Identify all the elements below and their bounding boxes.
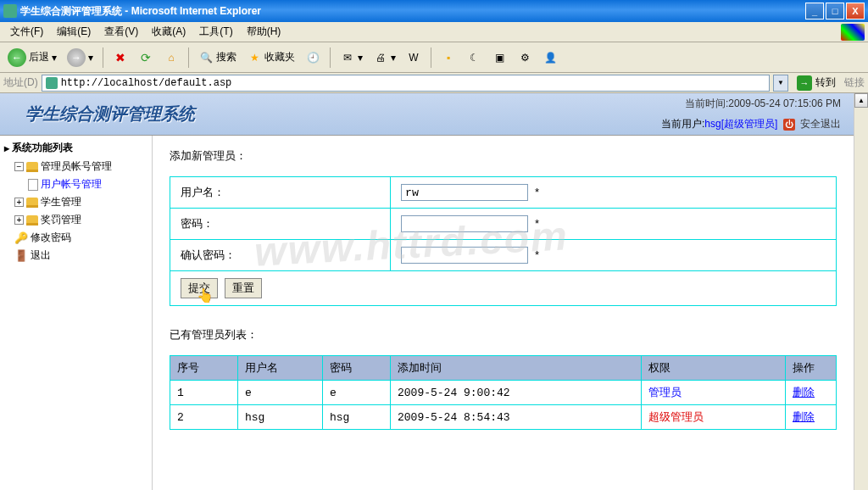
- go-button[interactable]: →转到: [792, 74, 841, 92]
- delete-link[interactable]: 删除: [793, 386, 815, 398]
- required-mark: *: [535, 186, 539, 198]
- home-button[interactable]: ⌂: [159, 47, 183, 69]
- word-icon: W: [406, 50, 421, 65]
- search-icon: 🔍: [198, 50, 214, 65]
- cell-password: hsg: [323, 405, 391, 430]
- menu-tools[interactable]: 工具(T): [192, 22, 239, 42]
- tool-button-2[interactable]: ☾: [462, 47, 486, 69]
- arrow-icon: ▸: [4, 142, 9, 154]
- separator: [103, 47, 103, 68]
- print-icon: 🖨: [373, 50, 388, 65]
- collapse-icon[interactable]: −: [14, 162, 24, 171]
- expand-icon[interactable]: +: [14, 215, 24, 225]
- key-icon: 🔑: [14, 231, 28, 244]
- confirm-password-label: 确认密码：: [170, 240, 391, 271]
- logout-link[interactable]: 安全退出: [800, 118, 841, 130]
- cell-username: hsg: [238, 405, 323, 430]
- col-addtime: 添加时间: [391, 356, 642, 381]
- forward-arrow-icon: →: [67, 48, 86, 67]
- mail-button[interactable]: ✉▾: [336, 47, 367, 69]
- address-input[interactable]: http://localhost/default.asp: [42, 75, 770, 92]
- password-label: 密码：: [170, 209, 391, 240]
- tool-icon: ⚙: [517, 50, 532, 65]
- star-icon: ★: [247, 50, 262, 65]
- sidebar-item-logout[interactable]: 🚪退出: [3, 247, 149, 264]
- ie-logo-icon: [841, 24, 865, 41]
- submit-button[interactable]: 提交👆: [181, 278, 218, 298]
- search-button[interactable]: 🔍搜索: [194, 47, 241, 69]
- note-icon: ▪: [441, 50, 456, 65]
- delete-link[interactable]: 删除: [793, 410, 815, 423]
- print-button[interactable]: 🖨▾: [369, 47, 400, 69]
- toolbar: ←后退 ▾ → ▾ ✖ ⟳ ⌂ 🔍搜索 ★收藏夹 🕘 ✉▾ 🖨▾ W ▪ ☾ ▣…: [0, 42, 868, 73]
- menu-help[interactable]: 帮助(H): [240, 22, 288, 42]
- scroll-up-button[interactable]: ▲: [854, 93, 868, 108]
- sidebar-item-change-pwd[interactable]: 🔑修改密码: [3, 229, 149, 247]
- favorites-button[interactable]: ★收藏夹: [242, 47, 299, 69]
- timestamp: 当前时间:2009-05-24 07:15:06 PM: [685, 97, 841, 111]
- menu-favorites[interactable]: 收藏(A): [145, 22, 192, 42]
- tool-button-3[interactable]: ▣: [487, 47, 511, 69]
- tool-button-1[interactable]: ▪: [437, 47, 460, 69]
- admin-list-table: 序号 用户名 密码 添加时间 权限 操作 1 e e 2009-5-24 9:0…: [170, 355, 837, 430]
- col-seq: 序号: [170, 356, 238, 381]
- cell-addtime: 2009-5-24 8:54:43: [391, 405, 642, 430]
- username-label: 用户名：: [170, 177, 391, 209]
- links-label[interactable]: 链接: [844, 75, 865, 90]
- cell-action: 删除: [786, 381, 837, 405]
- home-icon: ⌂: [164, 50, 179, 65]
- close-button[interactable]: X: [846, 3, 865, 19]
- col-role: 权限: [642, 356, 786, 381]
- table-row: 1 e e 2009-5-24 9:00:42 管理员 删除: [170, 381, 837, 405]
- history-button[interactable]: 🕘: [301, 47, 325, 69]
- main-content: 添加新管理员： 用户名： * 密码： * 确认密码： *: [153, 136, 854, 490]
- messenger-button[interactable]: 👤: [538, 47, 562, 69]
- password-input[interactable]: [401, 215, 528, 232]
- back-button[interactable]: ←后退 ▾: [3, 45, 61, 70]
- menubar: 文件(F) 编辑(E) 查看(V) 收藏(A) 工具(T) 帮助(H): [0, 22, 868, 42]
- window-titlebar: 学生综合测评管理系统 - Microsoft Internet Explorer…: [0, 0, 868, 22]
- addressbar: 地址(D) http://localhost/default.asp ▼ →转到…: [0, 73, 868, 93]
- maximize-button[interactable]: □: [826, 3, 844, 19]
- page-icon: [28, 179, 38, 191]
- required-mark: *: [535, 217, 539, 230]
- stop-button[interactable]: ✖: [108, 47, 132, 69]
- page-icon: [46, 77, 58, 89]
- add-admin-form: 用户名： * 密码： * 确认密码： * 提交👆 重置: [170, 176, 837, 306]
- user-link[interactable]: hsg[超级管理员]: [704, 118, 777, 130]
- refresh-button[interactable]: ⟳: [134, 47, 158, 69]
- app-title: 学生综合测评管理系统: [8, 103, 195, 125]
- confirm-password-input[interactable]: [401, 247, 528, 264]
- shield-icon: ▣: [492, 50, 507, 65]
- admin-list-title: 已有管理员列表：: [170, 327, 837, 342]
- menu-file[interactable]: 文件(F): [3, 22, 50, 42]
- separator: [188, 47, 189, 68]
- col-password: 密码: [323, 356, 391, 381]
- expand-icon[interactable]: +: [14, 198, 24, 207]
- window-title: 学生综合测评管理系统 - Microsoft Internet Explorer: [20, 4, 805, 19]
- sidebar-item-user-acct[interactable]: 用户帐号管理: [3, 175, 149, 193]
- crescent-icon: ☾: [466, 50, 481, 65]
- username-input[interactable]: [401, 184, 528, 201]
- sidebar-item-student-mgmt[interactable]: +学生管理: [3, 193, 149, 211]
- folder-icon: [26, 215, 38, 226]
- minimize-button[interactable]: _: [805, 3, 824, 19]
- tool-button-4[interactable]: ⚙: [513, 47, 537, 69]
- cell-role: 超级管理员: [642, 405, 786, 430]
- menu-view[interactable]: 查看(V): [97, 22, 145, 42]
- reset-button[interactable]: 重置: [225, 278, 262, 298]
- cell-action: 删除: [786, 405, 837, 430]
- sidebar-item-admin-mgmt[interactable]: −管理员帐号管理: [3, 158, 149, 175]
- sidebar-item-reward-mgmt[interactable]: +奖罚管理: [3, 211, 149, 229]
- stop-icon: ✖: [113, 50, 128, 65]
- vertical-scrollbar[interactable]: ▲: [854, 93, 868, 490]
- forward-button[interactable]: → ▾: [63, 45, 97, 70]
- cell-seq: 2: [170, 405, 238, 430]
- cell-password: e: [323, 381, 391, 405]
- refresh-icon: ⟳: [138, 50, 153, 65]
- cell-username: e: [238, 381, 323, 405]
- address-dropdown[interactable]: ▼: [773, 75, 788, 92]
- mail-icon: ✉: [340, 50, 355, 65]
- menu-edit[interactable]: 编辑(E): [50, 22, 97, 42]
- edit-button[interactable]: W: [402, 47, 426, 69]
